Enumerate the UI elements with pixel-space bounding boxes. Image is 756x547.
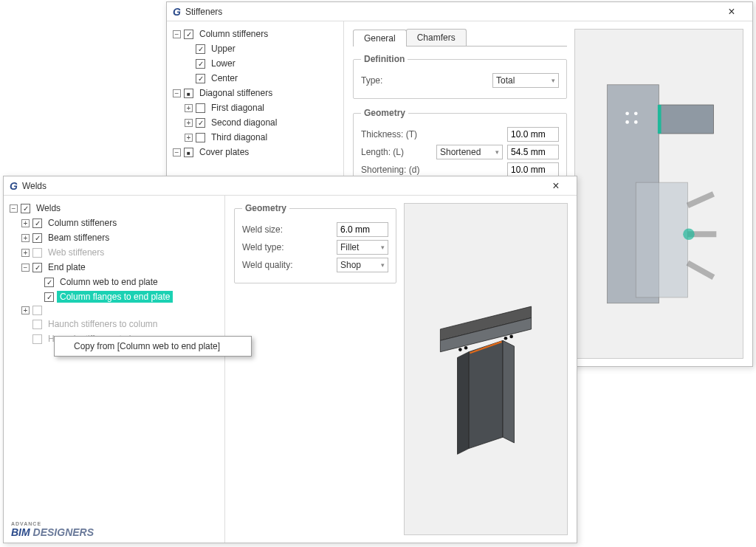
length-mode-select[interactable]: Shortened bbox=[436, 145, 503, 159]
svg-point-11 bbox=[683, 228, 695, 240]
thickness-label: Thickness: (T) bbox=[361, 129, 503, 140]
checkbox-disabled bbox=[32, 320, 42, 329]
expand-icon[interactable]: + bbox=[21, 306, 30, 314]
app-icon: G bbox=[10, 180, 18, 192]
svg-rect-1 bbox=[659, 105, 713, 134]
geometry-legend: Geometry bbox=[361, 108, 408, 118]
tree-item-center[interactable]: Center bbox=[208, 72, 241, 84]
stiffeners-preview[interactable] bbox=[574, 29, 743, 359]
checkbox[interactable] bbox=[196, 74, 205, 83]
weld-size-input[interactable] bbox=[337, 222, 388, 237]
definition-legend: Definition bbox=[361, 54, 408, 64]
expand-icon[interactable]: + bbox=[185, 104, 193, 112]
expand-icon[interactable]: + bbox=[21, 219, 30, 227]
brand-logo: ADVANCE BIM DESIGNERS bbox=[11, 521, 94, 538]
collapse-icon[interactable]: − bbox=[173, 89, 181, 97]
expand-icon[interactable]: + bbox=[21, 234, 30, 242]
close-icon[interactable]: × bbox=[717, 5, 746, 18]
tree-item-third-diagonal[interactable]: Third diagonal bbox=[208, 131, 270, 143]
tree-item-beam-stiffeners[interactable]: Beam stiffeners bbox=[45, 232, 112, 244]
shortening-label: Shortening: (d) bbox=[361, 165, 503, 175]
weld-geometry-legend: Geometry bbox=[242, 203, 289, 213]
length-input[interactable] bbox=[507, 145, 559, 159]
checkbox[interactable] bbox=[196, 103, 205, 113]
checkbox[interactable] bbox=[21, 204, 30, 213]
checkbox-disabled bbox=[32, 306, 42, 315]
stiffeners-tabs: General Chamfers bbox=[353, 29, 567, 47]
context-menu: Copy from [Column web to end plate] bbox=[54, 336, 252, 357]
tree-item-cover-plates[interactable]: Cover plates bbox=[196, 146, 252, 158]
svg-marker-14 bbox=[469, 341, 503, 449]
checkbox[interactable] bbox=[184, 30, 193, 39]
collapse-icon[interactable]: − bbox=[173, 30, 181, 38]
collapse-icon[interactable]: − bbox=[21, 264, 30, 272]
svg-marker-15 bbox=[458, 352, 469, 455]
expand-icon[interactable]: + bbox=[185, 134, 193, 142]
stiffeners-title: Stiffeners bbox=[185, 7, 717, 17]
svg-line-10 bbox=[687, 263, 713, 277]
checkbox[interactable] bbox=[196, 118, 205, 128]
checkbox[interactable] bbox=[196, 133, 205, 142]
svg-rect-6 bbox=[658, 105, 662, 134]
tree-item-web-stiffeners: Web stiffeners bbox=[45, 247, 107, 258]
checkbox[interactable] bbox=[32, 219, 42, 228]
thickness-input[interactable] bbox=[507, 127, 559, 142]
context-menu-copy-from[interactable]: Copy from [Column web to end plate] bbox=[56, 338, 250, 354]
collapse-icon[interactable]: − bbox=[10, 204, 18, 213]
checkbox-mixed[interactable] bbox=[184, 89, 193, 98]
welds-titlebar: G Welds × bbox=[4, 176, 577, 196]
expand-icon[interactable]: + bbox=[185, 119, 193, 127]
checkbox-disabled bbox=[32, 248, 42, 258]
tab-chamfers[interactable]: Chamfers bbox=[406, 29, 467, 46]
tree-item-diagonal-stiffeners[interactable]: Diagonal stiffeners bbox=[196, 87, 275, 99]
tree-item-second-diagonal[interactable]: Second diagonal bbox=[208, 117, 280, 128]
tree-item-first-diagonal[interactable]: First diagonal bbox=[208, 102, 267, 114]
svg-line-8 bbox=[687, 194, 713, 206]
weld-geometry-group: Geometry Weld size: Weld type: Fillet We… bbox=[234, 203, 396, 283]
weld-quality-select[interactable]: Shop bbox=[337, 258, 388, 272]
svg-point-19 bbox=[464, 346, 468, 350]
weld-quality-label: Weld quality: bbox=[242, 260, 332, 270]
tree-item-lower[interactable]: Lower bbox=[208, 58, 238, 69]
weld-type-label: Weld type: bbox=[242, 242, 332, 252]
weld-type-select[interactable]: Fillet bbox=[337, 240, 388, 255]
svg-point-3 bbox=[634, 111, 638, 115]
weld-size-label: Weld size: bbox=[242, 224, 332, 235]
svg-point-21 bbox=[509, 335, 513, 339]
tree-item-col-flanges-to-end-plate[interactable]: Column flanges to end plate bbox=[57, 291, 173, 303]
definition-group: Definition Type: Total bbox=[353, 54, 567, 99]
svg-rect-7 bbox=[636, 182, 687, 297]
preview-3d-icon bbox=[600, 79, 718, 309]
tab-general[interactable]: General bbox=[353, 30, 407, 47]
type-select[interactable]: Total bbox=[492, 73, 559, 88]
tree-item-end-plate[interactable]: End plate bbox=[45, 261, 89, 273]
tree-item-upper[interactable]: Upper bbox=[208, 43, 238, 55]
welds-preview[interactable] bbox=[404, 203, 568, 535]
tree-item-col-web-to-end-plate[interactable]: Column web to end plate bbox=[57, 276, 161, 288]
tree-item-column-stiffeners[interactable]: Column stiffeners bbox=[196, 28, 271, 40]
checkbox-mixed[interactable] bbox=[184, 148, 193, 157]
shortening-input[interactable] bbox=[507, 162, 559, 177]
app-icon: G bbox=[173, 6, 181, 18]
checkbox[interactable] bbox=[32, 263, 42, 272]
checkbox-disabled bbox=[32, 334, 42, 344]
welds-title: Welds bbox=[22, 181, 541, 191]
collapse-icon[interactable]: − bbox=[173, 148, 181, 156]
tree-item-column-stiffeners[interactable]: Column stiffeners bbox=[45, 217, 120, 229]
tree-item-welds[interactable]: Welds bbox=[33, 202, 63, 214]
preview-3d-icon bbox=[429, 253, 543, 485]
tree-item-blank bbox=[45, 310, 51, 312]
svg-marker-16 bbox=[503, 341, 514, 444]
tree-item-haunch-col: Haunch stiffeners to column bbox=[45, 318, 161, 330]
expand-icon[interactable]: + bbox=[21, 249, 30, 257]
welds-window: G Welds × − Welds +Column stiffeners +Be… bbox=[3, 176, 577, 543]
checkbox[interactable] bbox=[44, 292, 54, 302]
checkbox[interactable] bbox=[196, 59, 205, 69]
svg-point-2 bbox=[625, 111, 629, 115]
svg-point-18 bbox=[458, 348, 462, 352]
checkbox[interactable] bbox=[44, 278, 54, 287]
type-label: Type: bbox=[361, 75, 488, 86]
close-icon[interactable]: × bbox=[541, 179, 571, 193]
checkbox[interactable] bbox=[196, 44, 205, 54]
checkbox[interactable] bbox=[32, 233, 42, 243]
